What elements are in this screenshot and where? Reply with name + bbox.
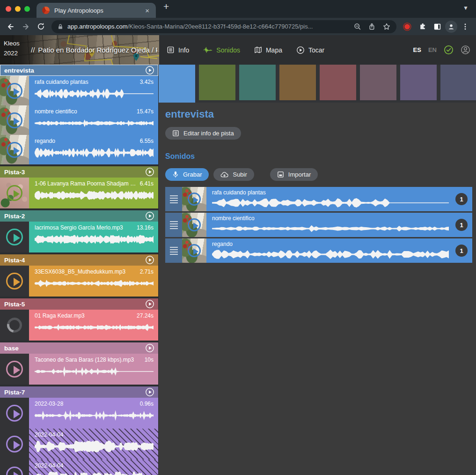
lang-en-button[interactable]: EN (428, 46, 437, 53)
play-overlay-icon[interactable] (6, 361, 23, 378)
clip-thumbnail[interactable] (0, 354, 29, 385)
browser-profile-avatar[interactable] (445, 21, 457, 33)
track-play-icon[interactable] (145, 255, 154, 265)
audio-clip-processing[interactable]: 2022-04-04 (0, 429, 158, 460)
tab-sonidos[interactable]: Sonidos (203, 46, 240, 54)
side-panel-icon[interactable] (430, 20, 444, 34)
waveform[interactable] (35, 277, 154, 289)
audio-clip[interactable]: lacrimosa Sergio García Merlo.mp313.16s (0, 222, 158, 252)
track-color-swatch[interactable] (360, 65, 396, 100)
clip-thumbnail[interactable] (0, 135, 29, 164)
tab-mapa[interactable]: Mapa (254, 46, 282, 54)
track-color-swatch[interactable] (400, 65, 437, 100)
browser-menu-kebab-icon[interactable] (458, 20, 472, 34)
waveform[interactable] (212, 223, 449, 234)
audio-clip[interactable]: 33ESX6038_B5_Muthedukkum.mp32.71s (0, 266, 158, 297)
upload-button[interactable]: Subir (213, 168, 254, 181)
track-header[interactable]: Pista-4 (0, 254, 158, 266)
address-bar[interactable]: app.antropoloops.com/Kleos-Santa-Marina/… (51, 20, 396, 33)
extensions-puzzle-icon[interactable] (415, 20, 429, 34)
account-icon[interactable] (461, 45, 470, 55)
clip-thumbnail[interactable] (0, 105, 29, 135)
play-overlay-icon[interactable] (6, 229, 23, 245)
audio-clip[interactable]: regando6.55s (0, 135, 158, 164)
record-extension-icon[interactable] (400, 20, 414, 34)
audio-clip[interactable]: 01 Raga Kedar.mp327.24s (0, 310, 158, 341)
waveform[interactable] (35, 147, 154, 159)
track-color-swatch[interactable] (159, 65, 195, 103)
lang-es-button[interactable]: ES (413, 46, 421, 53)
audio-clip-processing[interactable]: 2022-04-04 (0, 460, 158, 475)
track-color-swatch[interactable] (320, 65, 356, 100)
clip-thumbnail[interactable] (0, 310, 29, 341)
track-play-icon[interactable] (145, 387, 154, 397)
track-header[interactable]: Pista-2 (0, 210, 158, 222)
tab-search-chevron-icon[interactable]: ▼ (463, 5, 469, 11)
play-overlay-icon[interactable] (188, 244, 201, 257)
play-overlay-icon[interactable] (6, 467, 23, 475)
track-header[interactable]: Pista-7 (0, 386, 158, 398)
browser-tab[interactable]: Play Antropoloops × (37, 3, 156, 18)
drag-handle-icon[interactable] (165, 238, 182, 263)
audio-clip[interactable]: rafa cuidando plantas3.42s (0, 76, 158, 105)
play-overlay-icon[interactable] (7, 185, 22, 201)
clip-thumbnail[interactable] (0, 460, 29, 475)
waveform[interactable] (35, 471, 154, 475)
record-button[interactable]: Grabar (165, 168, 209, 181)
clip-thumbnail[interactable] (0, 429, 29, 460)
play-overlay-icon[interactable] (6, 405, 23, 422)
play-overlay-icon[interactable] (6, 273, 23, 289)
clip-thumbnail[interactable] (0, 222, 29, 252)
share-icon[interactable] (368, 22, 376, 30)
waveform[interactable] (35, 233, 154, 245)
drag-handle-icon[interactable] (165, 213, 182, 237)
track-header[interactable]: base (0, 342, 158, 354)
reload-button[interactable] (34, 20, 48, 34)
audio-clip[interactable]: 2022-03-280.96s (0, 398, 158, 429)
track-header[interactable]: Pista-3 (0, 166, 158, 178)
import-button[interactable]: Importar (270, 168, 318, 181)
bookmark-star-icon[interactable] (382, 22, 391, 31)
track-color-swatch[interactable] (199, 65, 235, 100)
audio-clip[interactable]: 1-06 Lavanya Rama Poorna Shadjam Rupak..… (0, 178, 158, 208)
audio-clip[interactable]: nombre cientifico15.47s (0, 105, 158, 135)
waveform[interactable] (212, 249, 449, 260)
minimize-window-button[interactable] (15, 6, 21, 12)
zoom-icon[interactable] (353, 22, 361, 30)
drag-handle-icon[interactable] (165, 187, 182, 211)
waveform[interactable] (35, 365, 154, 378)
track-header[interactable]: Pista-5 (0, 298, 158, 310)
track-play-icon[interactable] (145, 66, 154, 75)
audio-clip[interactable]: Taconeo de Sara Baras (128 kbps).mp310s (0, 354, 158, 385)
waveform[interactable] (35, 88, 154, 100)
track-color-swatch[interactable] (440, 65, 476, 100)
track-play-icon[interactable] (145, 299, 154, 309)
clip-thumbnail[interactable] (0, 398, 29, 429)
forward-button[interactable] (19, 20, 33, 34)
play-overlay-icon[interactable] (7, 142, 22, 158)
maximize-window-button[interactable] (24, 6, 30, 12)
project-brand[interactable]: Kleos 2022 (4, 39, 20, 59)
play-overlay-icon[interactable] (7, 83, 22, 99)
waveform[interactable] (35, 440, 154, 453)
sound-thumbnail[interactable] (182, 213, 206, 237)
track-header[interactable]: entrevista (0, 65, 158, 76)
clip-thumbnail[interactable] (0, 266, 29, 297)
waveform[interactable] (35, 189, 154, 201)
tab-info[interactable]: Info (167, 46, 189, 54)
track-color-swatch[interactable] (239, 65, 276, 100)
project-map-banner[interactable]: Kleos 2022 // Patio en Bordador Rodrígue… (0, 35, 159, 65)
back-button[interactable] (4, 20, 18, 34)
new-tab-button[interactable]: + (163, 1, 169, 11)
waveform[interactable] (35, 117, 154, 129)
tab-tocar[interactable]: Tocar (296, 46, 324, 54)
track-play-icon[interactable] (145, 343, 154, 353)
play-overlay-icon[interactable] (6, 436, 23, 453)
waveform[interactable] (35, 321, 154, 334)
window-controls[interactable] (6, 6, 30, 12)
play-overlay-icon[interactable] (188, 193, 201, 206)
close-window-button[interactable] (6, 6, 11, 12)
track-play-icon[interactable] (145, 167, 154, 177)
sound-thumbnail[interactable] (182, 238, 206, 263)
waveform[interactable] (212, 197, 449, 208)
